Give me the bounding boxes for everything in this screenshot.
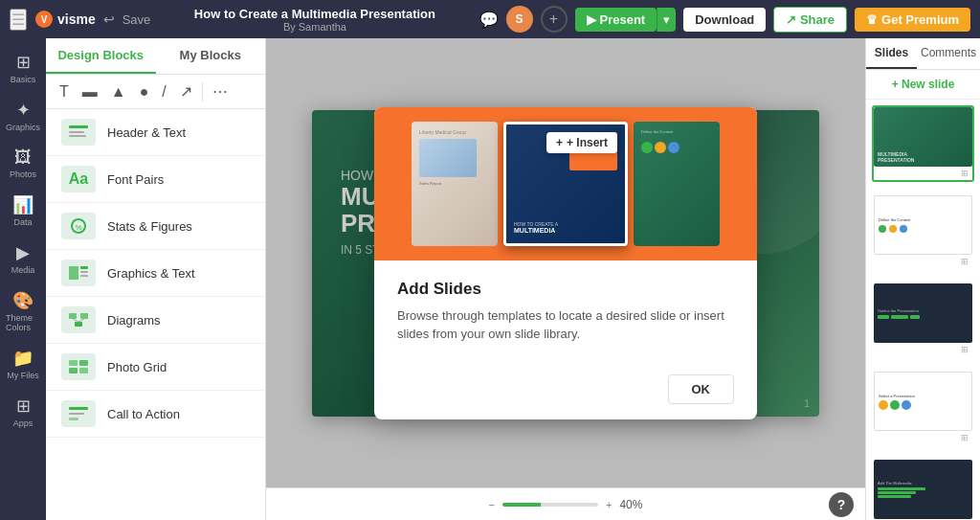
modal-ok-button[interactable]: OK [668, 374, 735, 404]
svg-line-14 [73, 319, 78, 322]
sidebar-item-apps[interactable]: ⊞ Apps [2, 390, 44, 434]
zoom-in-icon[interactable]: + [606, 499, 612, 510]
tab-my-blocks[interactable]: My Blocks [156, 38, 266, 74]
modal-body: Add Slides Browse through templates to l… [374, 260, 757, 363]
more-tools-icon[interactable]: ⋯ [209, 79, 232, 104]
slide-thumb-3[interactable]: 3 Outline the Presentation ⊞ [872, 282, 974, 358]
chat-icon[interactable]: 💬 [479, 11, 499, 29]
block-item-graphics-text[interactable]: Graphics & Text [46, 250, 265, 297]
apps-label: Apps [13, 418, 33, 428]
undo-button[interactable]: ↩ [103, 11, 115, 27]
svg-rect-17 [79, 360, 88, 366]
photo-grid-icon [61, 353, 96, 380]
toolbar-separator [202, 82, 203, 102]
visme-logo: V visme [34, 10, 96, 29]
svg-rect-13 [75, 322, 82, 327]
right-panel: Slides Comments + New slide 1 MULTIMEDIA… [865, 38, 980, 520]
share-button[interactable]: ↗ Share [773, 7, 847, 33]
photos-icon: 🖼 [14, 147, 32, 168]
hamburger-icon[interactable]: ☰ [10, 9, 27, 31]
thumb-4-title: Select a Presentation [879, 394, 968, 398]
add-slides-modal: Liberty Medical Group Sales Report HOW T… [374, 107, 757, 419]
design-panel: Design Blocks My Blocks T ▬ ▲ ● / ↗ ⋯ He… [46, 38, 266, 520]
avatar[interactable]: S [506, 6, 533, 33]
main-layout: ⊞ Basics ✦ Graphics 🖼 Photos 📊 Data ▶ Me… [0, 38, 980, 520]
slide-thumb-5[interactable]: 5 Add The Multimedia ⊞ [872, 458, 974, 520]
rect-tool-icon[interactable]: ▬ [78, 79, 101, 104]
share-label: Share [800, 12, 835, 27]
present-button[interactable]: ▶ Present [575, 8, 657, 32]
tab-design-blocks[interactable]: Design Blocks [46, 38, 156, 74]
slide-thumb-2[interactable]: 2 Define the Content ⊞ [872, 193, 974, 270]
slide-thumb-4[interactable]: 4 Select a Presentation ⊞ [872, 370, 974, 446]
add-collaborator-button[interactable]: + [541, 6, 568, 33]
zoom-out-icon[interactable]: − [489, 499, 495, 510]
data-icon: 📊 [12, 194, 33, 215]
block-item-header-text[interactable]: Header & Text [46, 109, 265, 156]
svg-text:%: % [75, 223, 81, 232]
thumb-2-add-icon[interactable]: ⊞ [961, 257, 969, 266]
slide-thumb-preview-3: Outline the Presentation [874, 283, 972, 343]
toolbar: T ▬ ▲ ● / ↗ ⋯ [46, 75, 265, 109]
svg-rect-21 [69, 413, 84, 415]
thumb-4-circles [879, 400, 968, 410]
thumb-1-add-icon[interactable]: ⊞ [961, 169, 969, 178]
topbar-center: How to Create a Multimedia Presentation … [158, 7, 471, 33]
thumb-4-add-icon[interactable]: ⊞ [961, 433, 969, 442]
sidebar-item-basics[interactable]: ⊞ Basics [2, 46, 44, 90]
block-item-diagrams[interactable]: Diagrams [46, 297, 265, 344]
topbar-right: 💬 S + ▶ Present ▾ Download ↗ Share ♛ Get… [479, 6, 971, 33]
stats-icon: % [61, 213, 96, 239]
tab-comments[interactable]: Comments [917, 38, 980, 69]
block-item-stats[interactable]: % Stats & Figures [46, 203, 265, 250]
font-pairs-glyph: Aa [69, 170, 88, 188]
block-item-call-to-action[interactable]: Call to Action [46, 391, 265, 438]
slide-thumb-num-5: 5 [865, 490, 866, 502]
canvas-main: HOW TO CREATE A MULTIMEDIA PRESENTATION … [266, 38, 865, 487]
present-label: Present [600, 12, 646, 27]
sidebar-item-graphics[interactable]: ✦ Graphics [2, 94, 44, 138]
slide-thumb-num-4: 4 [865, 402, 866, 414]
tab-slides[interactable]: Slides [866, 38, 917, 69]
arrow-tool-icon[interactable]: ↗ [176, 79, 196, 104]
block-label-graphics-text: Graphics & Text [107, 266, 195, 281]
topbar: ☰ V visme ↩ Save How to Create a Multime… [0, 0, 980, 38]
modal-footer: OK [374, 363, 757, 419]
slide-thumb-1[interactable]: 1 MULTIMEDIAPRESENTATION ⊞ [872, 105, 974, 182]
download-button[interactable]: Download [683, 8, 766, 32]
sidebar-item-theme[interactable]: 🎨 Theme Colors [2, 284, 44, 338]
dot-2 [655, 142, 666, 153]
thumb-3-add-icon[interactable]: ⊞ [961, 345, 969, 354]
document-title: How to Create a Multimedia Presentation [194, 7, 435, 21]
svg-rect-7 [69, 266, 78, 280]
thumb-3-bars [878, 315, 969, 319]
sidebar-item-media[interactable]: ▶ Media [2, 237, 44, 281]
preview-slide-3: Define the Content [634, 122, 720, 246]
media-label: Media [11, 265, 35, 275]
svg-rect-20 [69, 407, 88, 410]
theme-icon: 🎨 [12, 290, 33, 311]
basics-label: Basics [11, 75, 36, 84]
preview-slide-2: HOW TO CREATE A MULTIMEDIA + + Insert [503, 122, 628, 246]
line-tool-icon[interactable]: / [158, 79, 169, 104]
get-premium-button[interactable]: ♛ Get Premium [855, 8, 970, 32]
block-item-photo-grid[interactable]: Photo Grid [46, 344, 265, 391]
zoom-slider[interactable] [502, 503, 598, 507]
block-item-font-pairs[interactable]: Aa Font Pairs [46, 156, 265, 203]
save-button[interactable]: Save [122, 12, 151, 27]
thumb-2-actions: ⊞ [874, 255, 972, 268]
triangle-tool-icon[interactable]: ▲ [107, 79, 130, 104]
present-dropdown-button[interactable]: ▾ [657, 8, 676, 32]
sidebar-item-myfiles[interactable]: 📁 My Files [2, 342, 44, 386]
dot-1 [641, 142, 653, 153]
circle-tool-icon[interactable]: ● [136, 79, 153, 104]
dot-3 [668, 142, 679, 153]
graphics-text-svg [67, 264, 90, 282]
text-tool-icon[interactable]: T [56, 79, 73, 104]
svg-rect-2 [69, 125, 88, 128]
photo-grid-svg [67, 358, 90, 375]
sidebar-item-data[interactable]: 📊 Data [2, 189, 44, 233]
help-button[interactable]: ? [829, 492, 854, 517]
new-slide-button[interactable]: + New slide [866, 70, 980, 100]
sidebar-item-photos[interactable]: 🖼 Photos [2, 142, 44, 185]
